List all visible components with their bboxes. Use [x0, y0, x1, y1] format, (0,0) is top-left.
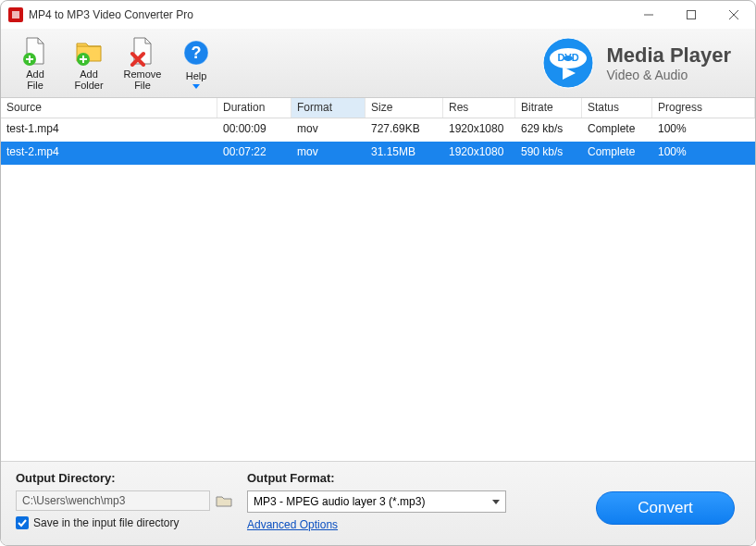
app-icon — [8, 7, 23, 22]
save-in-input-checkbox[interactable]: Save in the input file directory — [16, 516, 234, 529]
brand-subtitle: Video & Audio — [606, 68, 731, 82]
add-file-button[interactable]: Add File — [8, 32, 62, 93]
bottom-panel: Output Directory: Save in the input file… — [1, 461, 755, 545]
output-directory-group: Output Directory: Save in the input file… — [16, 471, 234, 532]
col-progress[interactable]: Progress — [652, 98, 755, 118]
output-directory-input[interactable] — [16, 490, 210, 511]
window-title: MP4 to MP3 Video Converter Pro — [29, 8, 193, 21]
add-folder-label: Add Folder — [74, 68, 103, 91]
svg-text:DVD: DVD — [558, 52, 579, 63]
minimize-button[interactable] — [627, 1, 670, 29]
output-format-select[interactable]: MP3 - MPEG audio layer 3 (*.mp3) — [247, 490, 506, 513]
checkmark-icon — [16, 516, 29, 529]
folder-icon — [216, 494, 232, 507]
chevron-down-icon — [192, 84, 200, 89]
output-directory-label: Output Directory: — [16, 471, 234, 485]
col-res[interactable]: Res — [443, 98, 515, 118]
cell-format: mov — [291, 142, 366, 165]
remove-file-icon — [127, 35, 158, 67]
save-in-input-label: Save in the input file directory — [33, 516, 179, 529]
cell-format: mov — [291, 118, 366, 142]
convert-label: Convert — [638, 499, 693, 517]
advanced-options-link[interactable]: Advanced Options — [247, 518, 338, 531]
brand-title: Media Player — [606, 43, 731, 68]
cell-status: Complete — [582, 118, 652, 142]
svg-text:?: ? — [192, 43, 202, 62]
cell-bitrate: 590 kb/s — [515, 142, 582, 165]
add-file-icon — [19, 35, 51, 67]
cell-size: 727.69KB — [366, 118, 443, 142]
cell-source: test-2.mp4 — [1, 142, 217, 165]
remove-file-button[interactable]: Remove File — [116, 32, 169, 93]
table-row[interactable]: test-2.mp4 00:07:22 mov 31.15MB 1920x108… — [1, 142, 755, 165]
col-status[interactable]: Status — [582, 98, 652, 118]
brand-area: DVD Media Player Video & Audio — [541, 36, 748, 90]
help-icon: ? — [180, 37, 212, 68]
convert-button[interactable]: Convert — [596, 491, 735, 525]
remove-file-label: Remove File — [124, 68, 162, 91]
maximize-button[interactable] — [670, 1, 713, 29]
output-format-group: Output Format: MP3 - MPEG audio layer 3 … — [247, 471, 534, 532]
table-header: Source Duration Format Size Res Bitrate … — [1, 98, 755, 118]
cell-duration: 00:07:22 — [217, 142, 291, 165]
output-format-value: MP3 - MPEG audio layer 3 (*.mp3) — [254, 495, 425, 508]
table-body: test-1.mp4 00:00:09 mov 727.69KB 1920x10… — [1, 118, 755, 462]
cell-duration: 00:00:09 — [217, 118, 291, 142]
close-button[interactable] — [713, 1, 755, 29]
cell-progress: 100% — [652, 118, 755, 142]
col-duration[interactable]: Duration — [217, 98, 291, 118]
table-row[interactable]: test-1.mp4 00:00:09 mov 727.69KB 1920x10… — [1, 118, 755, 142]
help-label: Help — [186, 70, 207, 81]
col-bitrate[interactable]: Bitrate — [515, 98, 582, 118]
output-format-label: Output Format: — [247, 471, 534, 485]
add-folder-button[interactable]: Add Folder — [62, 32, 116, 93]
cell-progress: 100% — [652, 142, 755, 165]
svg-rect-0 — [12, 11, 19, 19]
chevron-down-icon — [492, 500, 500, 504]
browse-folder-button[interactable] — [214, 492, 234, 509]
help-button[interactable]: ? Help — [169, 32, 223, 93]
col-size[interactable]: Size — [366, 98, 443, 118]
col-source[interactable]: Source — [1, 98, 217, 118]
titlebar: MP4 to MP3 Video Converter Pro — [1, 1, 755, 29]
cell-size: 31.15MB — [366, 142, 443, 165]
cell-source: test-1.mp4 — [1, 118, 217, 142]
col-format[interactable]: Format — [291, 98, 366, 118]
add-folder-icon — [73, 35, 105, 67]
cell-res: 1920x1080 — [443, 142, 515, 165]
brand-logo-icon: DVD — [541, 36, 595, 90]
add-file-label: Add File — [26, 68, 44, 91]
cell-status: Complete — [582, 142, 652, 165]
cell-bitrate: 629 kb/s — [515, 118, 582, 142]
svg-rect-2 — [688, 11, 696, 19]
toolbar: Add File Add Folder Remove File ? Help D… — [1, 29, 755, 98]
cell-res: 1920x1080 — [443, 118, 515, 142]
